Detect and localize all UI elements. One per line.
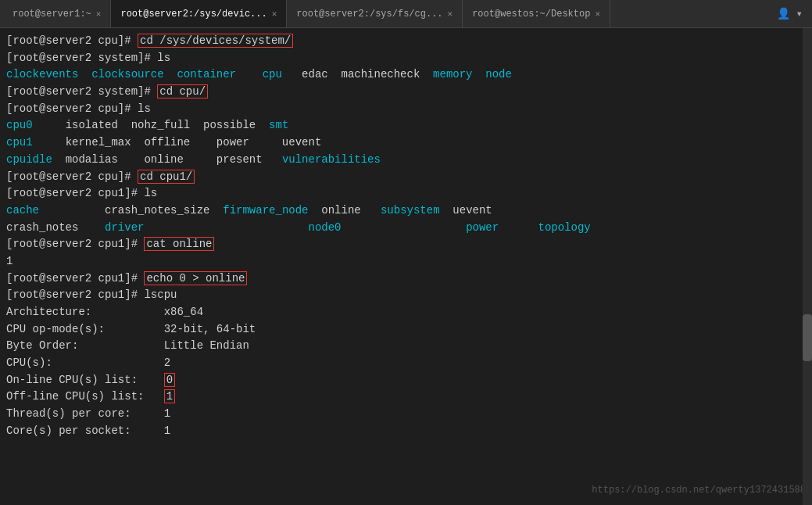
close-icon[interactable]: ✕ bbox=[595, 9, 600, 19]
terminal-line: [root@server2 cpu1]# echo 0 > online bbox=[6, 270, 806, 288]
terminal-line: [root@server2 cpu]# cd cpu1/ bbox=[6, 169, 806, 186]
tab-label: root@server2:/sys/fs/cg... bbox=[296, 9, 442, 20]
terminal-line: On-line CPU(s) list: 0 bbox=[6, 372, 806, 389]
tab-toolbar: 👤 ▾ bbox=[777, 7, 809, 20]
watermark: https://blog.csdn.net/qwerty1372431588 bbox=[592, 485, 806, 496]
terminal-line: [root@server2 cpu]# ls bbox=[6, 101, 806, 118]
terminal-line: [root@server2 system]# ls bbox=[6, 50, 806, 67]
value-box: 0 bbox=[164, 373, 175, 387]
terminal-line: [root@server2 cpu1]# cat online bbox=[6, 236, 806, 253]
terminal-line: clockevents clocksource container cpu ed… bbox=[6, 66, 806, 84]
terminal-line: cpu1 kernel_max offline power uevent bbox=[6, 134, 806, 152]
terminal-line: CPU op-mode(s): 32-bit, 64-bit bbox=[6, 321, 806, 338]
tab-label: root@westos:~/Desktop bbox=[472, 9, 590, 20]
command-box: cd cpu1/ bbox=[138, 170, 195, 184]
tab-server2-sys[interactable]: root@server2:/sys/devic... ✕ bbox=[111, 0, 287, 27]
value-box: 1 bbox=[164, 389, 175, 403]
terminal-line: Byte Order: Little Endian bbox=[6, 338, 806, 355]
close-icon[interactable]: ✕ bbox=[96, 9, 102, 19]
terminal-line: [root@server2 cpu1]# lscpu bbox=[6, 287, 806, 304]
profile-icon[interactable]: 👤 bbox=[777, 7, 790, 20]
command-box: cat online bbox=[144, 237, 214, 251]
command-box: cd /sys/devices/system/ bbox=[138, 34, 293, 48]
terminal-line: Core(s) per socket: 1 bbox=[6, 423, 806, 440]
terminal-line: [root@server2 cpu1]# ls bbox=[6, 185, 806, 202]
terminal-line: cache crash_notes_size firmware_node onl… bbox=[6, 202, 806, 220]
tab-bar: root@server1:~ ✕ root@server2:/sys/devic… bbox=[0, 0, 812, 28]
tab-server1[interactable]: root@server1:~ ✕ bbox=[3, 0, 111, 27]
close-icon[interactable]: ✕ bbox=[448, 9, 453, 19]
terminal-line: Off-line CPU(s) list: 1 bbox=[6, 389, 806, 406]
tab-label: root@server2:/sys/devic... bbox=[120, 9, 266, 20]
terminal: [root@server2 cpu]# cd /sys/devices/syst… bbox=[0, 28, 812, 505]
chevron-down-icon[interactable]: ▾ bbox=[796, 7, 803, 20]
terminal-line: Architecture: x86_64 bbox=[6, 304, 806, 321]
tab-server2-fs[interactable]: root@server2:/sys/fs/cg... ✕ bbox=[287, 0, 463, 27]
terminal-line: Thread(s) per core: 1 bbox=[6, 406, 806, 423]
terminal-line: 1 bbox=[6, 253, 806, 270]
scrollbar[interactable] bbox=[803, 28, 812, 505]
tab-label: root@server1:~ bbox=[13, 9, 91, 20]
tab-westos[interactable]: root@westos:~/Desktop ✕ bbox=[463, 0, 610, 27]
close-icon[interactable]: ✕ bbox=[272, 9, 277, 19]
command-box: cd cpu/ bbox=[157, 84, 208, 98]
terminal-line: CPU(s): 2 bbox=[6, 355, 806, 372]
terminal-line: cpuidle modalias online present vulnerab… bbox=[6, 152, 806, 169]
command-box: echo 0 > online bbox=[144, 271, 247, 285]
terminal-line: cpu0 isolated nohz_full possible smt bbox=[6, 117, 806, 134]
terminal-line: [root@server2 cpu]# cd /sys/devices/syst… bbox=[6, 33, 806, 50]
terminal-line: [root@server2 system]# cd cpu/ bbox=[6, 84, 806, 101]
scrollbar-thumb[interactable] bbox=[803, 314, 812, 361]
terminal-line: crash_notes driver node0 power topology bbox=[6, 220, 806, 237]
